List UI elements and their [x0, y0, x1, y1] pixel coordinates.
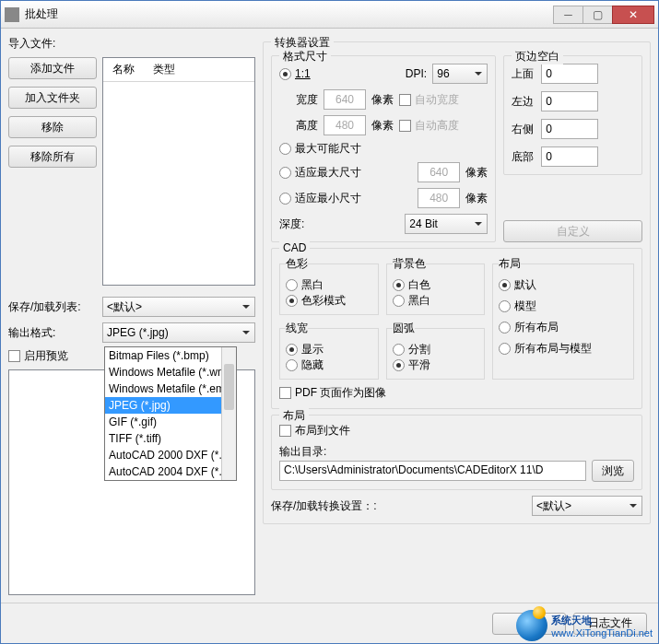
col-name: 名称 [103, 58, 144, 81]
format-option[interactable]: TIFF (*.tiff) [105, 430, 236, 447]
layout-group: 布局 默认 模型 所有布局 所有布局与模型 [492, 256, 634, 380]
margin-bottom-input[interactable] [541, 146, 598, 167]
window-title: 批处理 [25, 6, 553, 22]
depth-select[interactable]: 24 Bit [405, 214, 488, 234]
format-option[interactable]: Windows Metafile (*.em [105, 381, 236, 397]
arc-smooth-radio[interactable]: 平滑 [393, 357, 479, 373]
layout-default-radio[interactable]: 默认 [499, 277, 628, 293]
depth-label: 深度: [279, 217, 304, 232]
file-list[interactable]: 名称 类型 [102, 57, 255, 286]
dropdown-scrollbar[interactable] [221, 347, 236, 480]
auto-height-checkbox: 自动高度 [399, 118, 459, 134]
margin-top-input[interactable] [541, 64, 598, 84]
color-group: 色彩 黑白 色彩模式 [279, 256, 379, 315]
col-type: 类型 [144, 58, 184, 81]
lw-hide-radio[interactable]: 隐藏 [286, 357, 372, 373]
output-format-dropdown[interactable]: Bitmap Files (*.bmp) Windows Metafile (*… [104, 346, 237, 481]
bg-black-radio[interactable]: 黑白 [393, 293, 479, 309]
output-dir-field[interactable]: C:\Users\Administrator\Documents\CADEdit… [279, 461, 586, 481]
bg-white-radio[interactable]: 白色 [393, 277, 479, 293]
saveload-list-label: 保存/加载列表: [8, 299, 97, 315]
add-file-button[interactable]: 添加文件 [8, 57, 97, 79]
minimize-button[interactable]: ─ [553, 6, 583, 24]
bg-color-group: 背景色 白色 黑白 [386, 256, 486, 315]
output-format-select[interactable]: JPEG (*.jpg) [102, 322, 255, 343]
add-folder-button[interactable]: 加入文件夹 [8, 87, 97, 109]
titlebar: 批处理 ─ ▢ ✕ [1, 1, 658, 29]
layout-model-radio[interactable]: 模型 [499, 299, 628, 314]
pdf-as-image-checkbox[interactable]: PDF 页面作为图像 [279, 385, 634, 401]
dpi-label: DPI: [406, 67, 427, 80]
format-option[interactable]: AutoCAD 2004 DXF (*.dx [105, 463, 236, 480]
custom-button: 自定义 [503, 220, 642, 242]
width-input[interactable] [324, 89, 366, 110]
footer: 开始 日志文件 系统天地 www.XiTongTianDi.net [1, 603, 658, 643]
format-option[interactable]: Bitmap Files (*.bmp) [105, 347, 236, 364]
format-option[interactable]: JPEG (*.jpg) [105, 397, 236, 414]
saveload-conv-label: 保存/加载转换设置：: [271, 498, 377, 514]
layout-output-group: 布局 布局到文件 输出目录: C:\Users\Administrator\Do… [271, 415, 642, 490]
saveload-conv-select[interactable]: <默认> [532, 496, 642, 516]
close-button[interactable]: ✕ [612, 6, 654, 24]
arc-split-radio[interactable]: 分割 [393, 342, 479, 357]
arc-group: 圆弧 分割 平滑 [386, 321, 486, 380]
layout-to-file-checkbox[interactable]: 布局到文件 [279, 423, 634, 439]
lineweight-group: 线宽 显示 隐藏 [279, 321, 379, 380]
ratio-1-1-radio[interactable]: 1:1 [279, 67, 311, 80]
lw-show-radio[interactable]: 显示 [286, 342, 372, 357]
import-files-label: 导入文件: [8, 36, 255, 52]
margin-right-input[interactable] [541, 119, 598, 139]
color-mode-radio[interactable]: 色彩模式 [286, 293, 372, 309]
cad-group: CAD 色彩 黑白 色彩模式 线宽 显示 隐藏 [271, 248, 642, 409]
fit-min-input[interactable] [418, 188, 460, 208]
auto-width-checkbox: 自动宽度 [399, 92, 459, 108]
maximize-button[interactable]: ▢ [583, 6, 612, 24]
browse-button[interactable]: 浏览 [592, 460, 634, 482]
remove-button[interactable]: 移除 [8, 116, 97, 138]
format-option[interactable]: GIF (*.gif) [105, 414, 236, 430]
fit-max-radio[interactable]: 适应最大尺寸 [279, 165, 361, 181]
app-icon [5, 7, 19, 22]
format-size-group: 格式尺寸 1:1 DPI: 96 宽度 像素 自动宽度 [271, 55, 496, 242]
output-dir-label: 输出目录: [279, 444, 634, 460]
output-format-label: 输出格式: [8, 325, 97, 341]
watermark-icon [516, 610, 547, 641]
color-bw-radio[interactable]: 黑白 [286, 277, 372, 293]
page-margin-group: 页边空白 上面 左边 右侧 底部 [503, 55, 642, 175]
margin-left-input[interactable] [541, 91, 598, 111]
height-input[interactable] [324, 115, 366, 135]
layout-all-model-radio[interactable]: 所有布局与模型 [499, 341, 628, 357]
watermark: 系统天地 www.XiTongTianDi.net [516, 610, 653, 641]
layout-all-radio[interactable]: 所有布局 [499, 320, 628, 335]
format-option[interactable]: AutoCAD 2000 DXF (*.dx [105, 447, 236, 463]
fit-max-input[interactable] [418, 162, 460, 182]
format-option[interactable]: Windows Metafile (*.wm [105, 364, 236, 381]
converter-settings-group: 转换器设置 格式尺寸 1:1 DPI: 96 宽度 [263, 41, 651, 524]
fit-min-radio[interactable]: 适应最小尺寸 [279, 191, 361, 206]
dpi-select[interactable]: 96 [432, 64, 488, 84]
max-possible-radio[interactable]: 最大可能尺寸 [279, 141, 488, 157]
remove-all-button[interactable]: 移除所有 [8, 146, 97, 168]
enable-preview-checkbox[interactable]: 启用预览 [8, 348, 68, 364]
saveload-list-select[interactable]: <默认> [102, 297, 255, 317]
